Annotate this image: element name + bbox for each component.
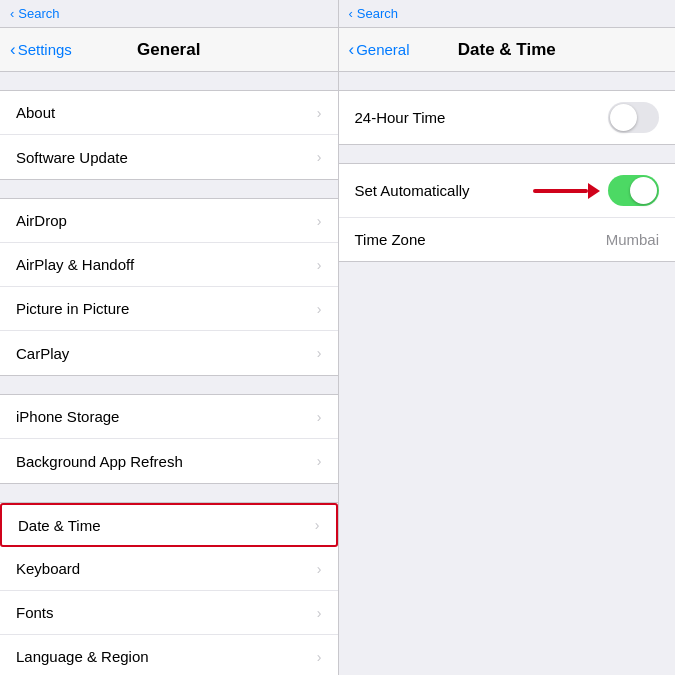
row-software-update-label: Software Update [16, 149, 128, 166]
row-language-region-label: Language & Region [16, 648, 149, 665]
left-back-chevron: ‹ [10, 40, 16, 60]
row-iphone-storage-label: iPhone Storage [16, 408, 119, 425]
row-24hour: 24-Hour Time [339, 90, 676, 145]
row-about-label: About [16, 104, 55, 121]
row-timezone-value: Mumbai [606, 231, 659, 248]
row-iphone-storage[interactable]: iPhone Storage › [0, 395, 338, 439]
row-keyboard-label: Keyboard [16, 560, 80, 577]
row-timezone-label: Time Zone [355, 231, 426, 248]
toggle-24hour[interactable] [608, 102, 659, 133]
toggle-set-auto[interactable] [608, 175, 659, 206]
right-back-chevron: ‹ [349, 40, 355, 60]
row-airplay-handoff[interactable]: AirPlay & Handoff › [0, 243, 338, 287]
row-fonts[interactable]: Fonts › [0, 591, 338, 635]
left-back-button[interactable]: ‹ Settings [10, 40, 72, 60]
row-date-time[interactable]: Date & Time › [0, 503, 338, 547]
row-airdrop-chevron: › [317, 213, 322, 229]
right-panel: ‹ Search ‹ General Date & Time 24-Hour T… [338, 0, 676, 675]
row-airplay-handoff-chevron: › [317, 257, 322, 273]
row-iphone-storage-chevron: › [317, 409, 322, 425]
dt-group-1: 24-Hour Time [339, 90, 676, 145]
row-set-auto-label: Set Automatically [355, 182, 470, 199]
row-keyboard-chevron: › [317, 561, 322, 577]
row-carplay-chevron: › [317, 345, 322, 361]
row-keyboard[interactable]: Keyboard › [0, 547, 338, 591]
row-background-refresh-chevron: › [317, 453, 322, 469]
row-picture-in-picture-chevron: › [317, 301, 322, 317]
row-software-update[interactable]: Software Update › [0, 135, 338, 179]
row-fonts-label: Fonts [16, 604, 54, 621]
row-carplay-label: CarPlay [16, 345, 69, 362]
red-arrow [533, 183, 600, 199]
row-language-region-chevron: › [317, 649, 322, 665]
settings-group-2: AirDrop › AirPlay & Handoff › Picture in… [0, 198, 338, 376]
row-timezone[interactable]: Time Zone Mumbai [339, 218, 676, 262]
settings-group-2-list: AirDrop › AirPlay & Handoff › Picture in… [0, 198, 338, 376]
settings-group-4-list: Date & Time › Keyboard › Fonts › Languag… [0, 502, 338, 675]
row-carplay[interactable]: CarPlay › [0, 331, 338, 375]
row-background-refresh[interactable]: Background App Refresh › [0, 439, 338, 483]
left-settings-content: About › Software Update › AirDrop › AirP… [0, 72, 338, 675]
row-airplay-handoff-label: AirPlay & Handoff [16, 256, 134, 273]
right-back-button[interactable]: ‹ General [349, 40, 410, 60]
row-fonts-chevron: › [317, 605, 322, 621]
row-background-refresh-label: Background App Refresh [16, 453, 183, 470]
left-back-label: Settings [18, 41, 72, 58]
left-search-label[interactable]: Search [18, 6, 59, 21]
right-dt-content: 24-Hour Time Set Automatically [339, 72, 676, 675]
right-nav-bar: ‹ General Date & Time [339, 28, 676, 72]
toggle-24hour-thumb [610, 104, 637, 131]
row-about-chevron: › [317, 105, 322, 121]
right-search-bar: ‹ Search [339, 0, 676, 28]
row-set-auto-right [533, 175, 659, 206]
right-search-back-icon: ‹ [349, 6, 353, 21]
row-language-region[interactable]: Language & Region › [0, 635, 338, 675]
row-picture-in-picture[interactable]: Picture in Picture › [0, 287, 338, 331]
arrow-head [588, 183, 600, 199]
toggle-set-auto-thumb [630, 177, 657, 204]
right-nav-title: Date & Time [458, 40, 556, 60]
left-nav-title: General [137, 40, 200, 60]
right-back-label: General [356, 41, 409, 58]
arrow-shaft [533, 189, 588, 193]
settings-group-3: iPhone Storage › Background App Refresh … [0, 394, 338, 484]
row-set-automatically: Set Automatically [339, 163, 676, 218]
row-airdrop[interactable]: AirDrop › [0, 199, 338, 243]
settings-group-4: Date & Time › Keyboard › Fonts › Languag… [0, 502, 338, 675]
left-search-back-icon: ‹ [10, 6, 14, 21]
dt-group-2: Set Automatically Time Zone Mumbai [339, 163, 676, 262]
left-nav-bar: ‹ Settings General [0, 28, 338, 72]
row-24hour-label: 24-Hour Time [355, 109, 446, 126]
settings-group-1: About › Software Update › [0, 90, 338, 180]
left-panel: ‹ Search ‹ Settings General About › Soft… [0, 0, 338, 675]
row-software-update-chevron: › [317, 149, 322, 165]
settings-group-3-list: iPhone Storage › Background App Refresh … [0, 394, 338, 484]
right-search-label[interactable]: Search [357, 6, 398, 21]
row-about[interactable]: About › [0, 91, 338, 135]
settings-group-1-list: About › Software Update › [0, 90, 338, 180]
row-date-time-label: Date & Time [18, 517, 101, 534]
left-search-bar: ‹ Search [0, 0, 338, 28]
row-date-time-chevron: › [315, 517, 320, 533]
row-picture-in-picture-label: Picture in Picture [16, 300, 129, 317]
row-airdrop-label: AirDrop [16, 212, 67, 229]
